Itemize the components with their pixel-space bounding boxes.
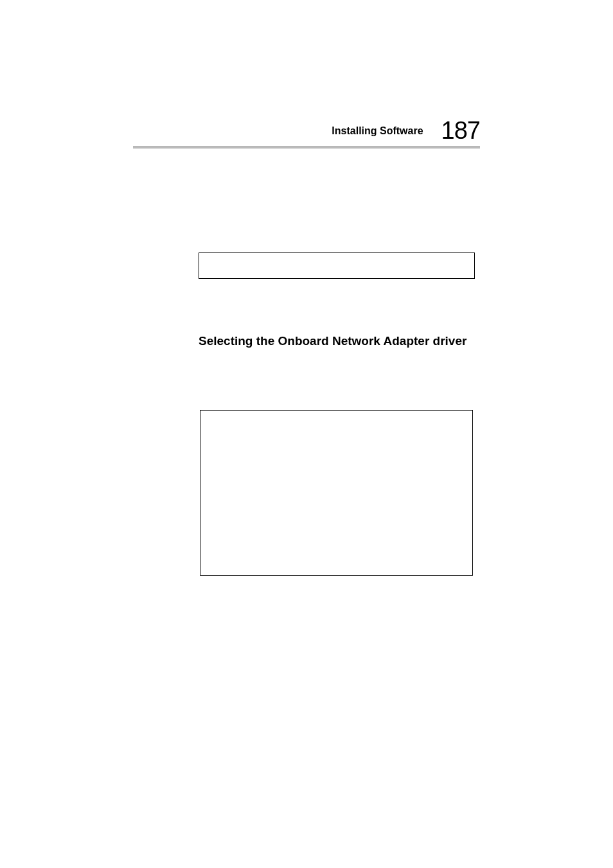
section-title: Installing Software [332,125,423,137]
page-number: 187 [441,117,480,145]
content-box-small [199,252,475,279]
header-rule-bottom [133,148,480,149]
content-box-large [200,410,473,576]
page-header: Installing Software 187 [332,117,480,145]
subheading: Selecting the Onboard Network Adapter dr… [199,334,466,348]
